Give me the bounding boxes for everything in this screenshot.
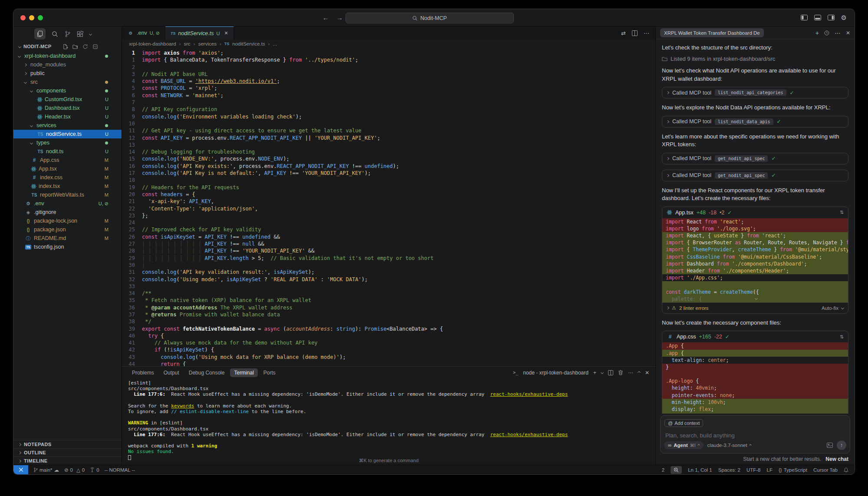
- terminal-session-label[interactable]: node - xrpl-token-dashboard: [523, 370, 589, 376]
- vim-mode[interactable]: -- NORMAL --: [105, 467, 135, 473]
- bell-icon[interactable]: [844, 467, 848, 473]
- maximize-window-button[interactable]: [38, 15, 43, 20]
- attach-image-icon[interactable]: [827, 443, 833, 448]
- tree-item-Header.tsx[interactable]: Header.tsxU: [13, 112, 122, 121]
- breadcrumb-item[interactable]: ...: [273, 41, 277, 46]
- toggle-sidebar-icon[interactable]: [801, 15, 808, 20]
- badge-count[interactable]: 2: [662, 467, 664, 473]
- tree-item-src[interactable]: src: [13, 78, 122, 86]
- screencast-zoom-icon[interactable]: [671, 466, 682, 474]
- listed-files-row[interactable]: Listed 9 items in xrpl-token-dashboard/s…: [662, 56, 848, 62]
- tree-item-.env[interactable]: ⚙.envU, ⊘: [13, 199, 122, 208]
- tree-item-reportWebVitals.ts[interactable]: TSreportWebVitals.tsM: [13, 191, 122, 199]
- tree-item-tsconfig.json[interactable]: TStsconfig.json: [13, 243, 122, 251]
- toggle-panel-icon[interactable]: [814, 15, 821, 20]
- compare-changes-icon[interactable]: ⇄: [621, 30, 626, 36]
- panel-tab-terminal[interactable]: Terminal: [230, 368, 257, 377]
- auto-fix-button[interactable]: Auto-fix: [822, 305, 838, 311]
- close-chat-icon[interactable]: ✕: [846, 30, 850, 36]
- more-actions-icon[interactable]: ⋯: [644, 30, 649, 36]
- chat-tab[interactable]: XRPL Wallet Token Transfer Dashboard De: [660, 28, 764, 37]
- section-timeline[interactable]: TIMELINE: [13, 457, 122, 465]
- tree-item-App.css[interactable]: #App.cssM: [13, 156, 122, 164]
- git-branch-status[interactable]: main* ☁: [33, 467, 59, 473]
- refresh-icon[interactable]: [82, 44, 88, 49]
- chat-input[interactable]: @Add context Plan, search, build anythin…: [660, 415, 850, 453]
- more-actions-icon[interactable]: ⋯: [835, 30, 841, 36]
- breadcrumb-item[interactable]: services: [198, 41, 217, 46]
- maximize-panel-icon[interactable]: [638, 371, 641, 374]
- terminal-dropdown-icon[interactable]: [601, 371, 604, 374]
- problems-status[interactable]: ⊘0 △0: [64, 467, 85, 473]
- close-panel-icon[interactable]: ✕: [645, 370, 649, 376]
- collapse-all-icon[interactable]: [92, 44, 98, 49]
- search-icon[interactable]: [52, 31, 58, 37]
- command-center[interactable]: Nodit-MCP: [345, 13, 514, 23]
- split-terminal-icon[interactable]: [608, 370, 613, 375]
- tree-item-nodit.ts[interactable]: TSnodit.tsU: [13, 147, 122, 156]
- mcp-tool-call[interactable]: Called MCP toolget_nodit_api_spec✓: [662, 153, 848, 164]
- model-selector[interactable]: claude-3.7-sonnet: [707, 443, 751, 448]
- tree-item-types[interactable]: types: [13, 138, 122, 147]
- tree-item-package.json[interactable]: {}package.jsonM: [13, 225, 122, 234]
- breadcrumb-item[interactable]: xrpl-token-dashboard: [129, 41, 176, 46]
- close-window-button[interactable]: [20, 15, 26, 20]
- tree-item-index.css[interactable]: #index.cssM: [13, 173, 122, 182]
- chat-content[interactable]: Let's check the structure of the src dir…: [656, 39, 855, 414]
- mcp-tool-call[interactable]: Called MCP toolget_nodit_api_spec✓: [662, 170, 848, 181]
- toggle-secondary-sidebar-icon[interactable]: [828, 15, 835, 20]
- remote-indicator[interactable]: [13, 465, 28, 474]
- split-editor-icon[interactable]: [632, 30, 638, 36]
- kill-terminal-icon[interactable]: [618, 370, 623, 375]
- tree-item-package-lock.json[interactable]: {}package-lock.jsonM: [13, 217, 122, 225]
- tree-item-services[interactable]: services: [13, 121, 122, 130]
- tree-item-CustomGrid.tsx[interactable]: CustomGrid.tsxU: [13, 95, 122, 104]
- tree-item-node_modules[interactable]: node_modules: [13, 60, 122, 69]
- eol[interactable]: LF: [767, 467, 773, 473]
- tab-noditservice[interactable]: TS noditService.ts U ✕: [165, 26, 234, 39]
- new-folder-icon[interactable]: [72, 44, 78, 49]
- panel-tab-ports[interactable]: Ports: [260, 368, 279, 377]
- new-chat-button[interactable]: New chat: [825, 456, 848, 462]
- forward-icon[interactable]: →: [336, 14, 343, 21]
- chevron-down-icon[interactable]: [89, 32, 92, 35]
- mcp-tool-call[interactable]: Called MCP toollist_nodit_data_apis✓: [662, 116, 848, 128]
- back-icon[interactable]: ←: [322, 14, 329, 21]
- panel-tab-problems[interactable]: Problems: [128, 368, 158, 377]
- explorer-header[interactable]: NODIT-MCP: [13, 41, 122, 52]
- extensions-icon[interactable]: [77, 31, 83, 37]
- settings-gear-icon[interactable]: ⚙: [841, 14, 847, 22]
- encoding[interactable]: UTF-8: [746, 467, 761, 473]
- explorer-icon[interactable]: [34, 28, 46, 39]
- expand-icon[interactable]: ⇅: [840, 210, 844, 215]
- new-file-icon[interactable]: [62, 44, 68, 49]
- file-card-header[interactable]: App.tsx+48-18•2✓⇅: [662, 207, 848, 218]
- tree-item-README.md[interactable]: ⓘREADME.mdM: [13, 234, 122, 243]
- breadcrumb-item[interactable]: src: [184, 41, 191, 46]
- tree-item-public[interactable]: public: [13, 69, 122, 78]
- expand-icon[interactable]: ⇅: [840, 334, 844, 340]
- tree-item-components[interactable]: components: [13, 86, 122, 95]
- file-card-header[interactable]: #App.css+165-22✓⇅: [662, 331, 848, 342]
- more-actions-icon[interactable]: ⋯: [628, 370, 633, 376]
- terminal-output[interactable]: [eslint]src/components/Dashboard.tsx Lin…: [122, 378, 655, 465]
- panel-tab-output[interactable]: Output: [160, 368, 183, 377]
- indentation[interactable]: Spaces: 2: [718, 467, 740, 473]
- tree-item-index.tsx[interactable]: index.tsxM: [13, 182, 122, 191]
- tree-item-App.tsx[interactable]: App.tsxM: [13, 164, 122, 173]
- tree-item-.gitignore[interactable]: ◈.gitignore: [13, 208, 122, 217]
- section-outline[interactable]: OUTLINE: [13, 448, 122, 457]
- history-icon[interactable]: [824, 30, 829, 36]
- tree-item-Dashboard.tsx[interactable]: Dashboard.tsxU: [13, 104, 122, 112]
- mcp-tool-call[interactable]: Called MCP toollist_nodit_api_categories…: [662, 87, 848, 99]
- section-notepads[interactable]: NOTEPADS: [13, 440, 122, 448]
- ports-status[interactable]: 0: [90, 467, 99, 473]
- new-terminal-icon[interactable]: +: [593, 370, 596, 376]
- panel-tab-debug-console[interactable]: Debug Console: [185, 368, 229, 377]
- minimize-window-button[interactable]: [29, 15, 34, 20]
- source-control-icon[interactable]: [64, 31, 71, 37]
- cursor-position[interactable]: Ln 1, Col 1: [688, 467, 712, 473]
- language-mode[interactable]: {}TypeScript: [779, 467, 807, 473]
- tab-env[interactable]: ⚙ .env U, ⊘: [122, 26, 165, 39]
- new-chat-icon[interactable]: +: [815, 30, 819, 36]
